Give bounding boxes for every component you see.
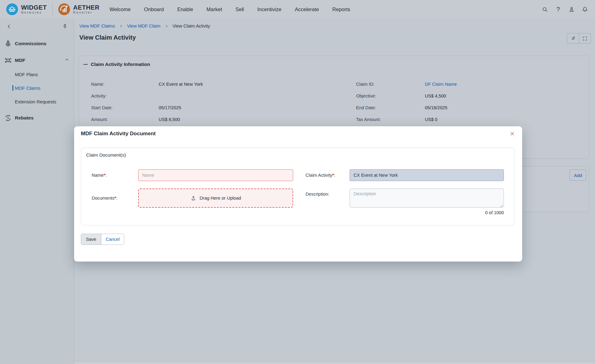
description-field-label: Description: [306, 192, 329, 197]
mdf-claim-activity-document-modal: MDF Claim Activity Document Claim Docume… [74, 126, 522, 262]
name-field-label: Name*: [92, 169, 107, 181]
documents-field-label: Documents*: [92, 188, 117, 208]
modal-title: MDF Claim Activity Document [81, 131, 156, 137]
documents-dropzone[interactable]: Drag Here or Upload [138, 188, 293, 208]
name-input[interactable] [138, 169, 293, 181]
cancel-button[interactable]: Cancel [101, 234, 124, 245]
application-window: WIDGET Networks AETHER Reseller Welco [0, 0, 595, 364]
panel-title: Claim Document(s) [86, 152, 126, 158]
character-counter: 0 of 1000 [350, 210, 504, 215]
claim-activity-field-label: Claim Activity*: [306, 169, 335, 181]
modal-button-group: Save Cancel [81, 234, 124, 245]
claim-activity-input[interactable] [350, 169, 504, 181]
claim-documents-panel: Claim Document(s) Name*: Claim Activity*… [81, 148, 514, 225]
description-textarea[interactable] [350, 188, 504, 208]
dropzone-text: Drag Here or Upload [200, 196, 241, 201]
close-icon[interactable] [509, 131, 515, 137]
save-button[interactable]: Save [81, 234, 101, 245]
upload-icon [190, 195, 196, 201]
